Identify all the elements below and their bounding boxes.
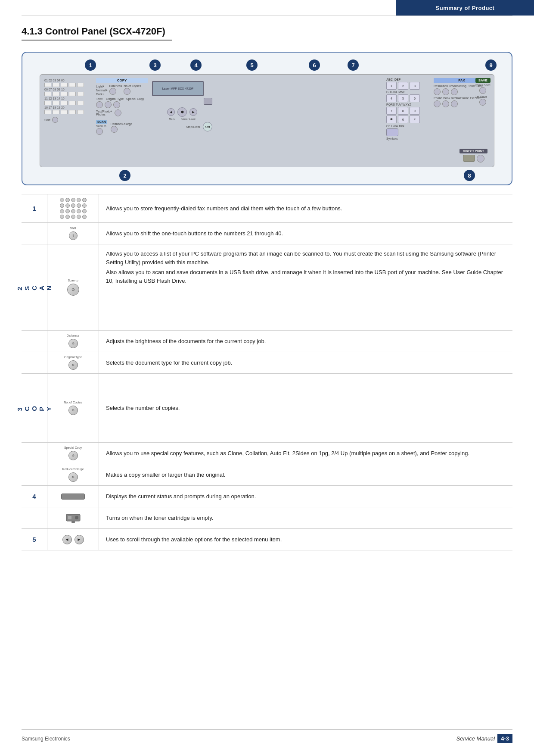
lcd-display: Laser MFP SCX-4720F (152, 81, 204, 96)
row-num-4b (22, 507, 47, 528)
save-section: SAVE Toner Save 1st Save (475, 78, 491, 106)
numpad-section: ABC DEF 1 2 3 GHI JKL MNO 4 5 6 PQRS TUV… (386, 78, 434, 140)
row-icon-1 (47, 194, 99, 222)
footer-right: Service Manual 4-3 (456, 734, 512, 743)
table-row: Original Type ⊙ Selects the document typ… (22, 352, 512, 374)
row-desc-scan: Allows you to access a list of your PC s… (99, 244, 512, 330)
callout-5: 5 (246, 59, 258, 71)
row-num-3c (22, 443, 47, 464)
callout-7: 7 (348, 59, 359, 71)
onetouch-buttons-section: 01 02 03 04 05 06 07 08 09 10 11 12 13 1… (44, 79, 92, 123)
row-desc-reduce-enlarge: Makes a copy smaller or larger than the … (99, 464, 512, 485)
row-desc-1: Allows you to store frequently-dialed fa… (99, 194, 512, 222)
table-row: 4 Displays the current status and prompt… (22, 486, 512, 507)
callout-9: 9 (485, 59, 497, 71)
row-icon-reduce-enlarge: Reduce/Enlarge ⊙ (47, 464, 99, 485)
callout-1: 1 (85, 59, 96, 71)
callout-8: 8 (464, 170, 475, 181)
callout-3: 3 (149, 59, 161, 71)
row-icon-special-copy: Special Copy ⊙ (47, 443, 99, 464)
page-title: 4.1.3 Control Panel (SCX-4720F) (22, 26, 172, 41)
row-icon-darkness: Darkness ⊙ (47, 331, 99, 352)
header-title: Summary of Product (436, 5, 495, 11)
row-num-copy: 3COPY (22, 374, 47, 442)
svg-rect-1 (68, 516, 71, 519)
panel-diagram: 1 2 3 4 5 6 7 8 9 01 02 03 04 05 06 07 0… (22, 52, 512, 185)
top-rule (22, 16, 512, 16)
row-desc-toner: Turns on when the toner cartridge is emp… (99, 507, 512, 528)
row-icon-scan: Scan-to ⊙ (47, 244, 99, 330)
printer-visualization: 01 02 03 04 05 06 07 08 09 10 11 12 13 1… (40, 74, 494, 167)
direct-print-section: DIRECT PRINT (459, 149, 487, 162)
toner-svg (65, 512, 81, 524)
right-arrow-icon[interactable]: ► (75, 535, 84, 544)
row-desc-display: Displays the current status and prompts … (99, 486, 512, 507)
table-row: 2SCAN Scan-to ⊙ Allows you to access a l… (22, 244, 512, 331)
row-icon-shift: Shift ⇧ (47, 223, 99, 244)
table-row: Special Copy ⊙ Allows you to use special… (22, 443, 512, 464)
svg-point-2 (75, 516, 78, 519)
table-row: Reduce/Enlarge ⊙ Makes a copy smaller or… (22, 464, 512, 486)
footer-company: Samsung Electronics (22, 736, 70, 742)
header-bar: Summary of Product (396, 0, 534, 16)
row-num-3d (22, 464, 47, 485)
table-area: 1 Allows you to store frequently-dialed … (22, 194, 512, 550)
left-arrow-icon[interactable]: ◄ (62, 535, 72, 544)
table-row: Shift ⇧ Allows you to shift the one-touc… (22, 223, 512, 244)
table-row: Turns on when the toner cartridge is emp… (22, 507, 512, 529)
footer: Samsung Electronics Service Manual 4-3 (22, 729, 512, 743)
row-num-scan: 2SCAN (22, 244, 47, 330)
svg-rect-3 (71, 521, 75, 523)
row-desc-scroll: Uses to scroll through the available opt… (99, 529, 512, 550)
row-icon-no-of-copies: No. of Copies ⊙ (47, 374, 99, 442)
row-icon-original-type: Original Type ⊙ (47, 352, 99, 373)
table-row: Darkness ⊙ Adjusts the brightness of the… (22, 331, 512, 352)
callout-6: 6 (309, 59, 320, 71)
row-num-1: 1 (22, 194, 47, 222)
copy-header-label: COPY (96, 78, 148, 83)
lcd-display-section: Laser MFP SCX-4720F ◄ ✱ ► MenuUpper Leve… (152, 81, 212, 131)
row-num-3b (22, 352, 47, 373)
table-row: 3COPY No. of Copies ⊙ Selects the number… (22, 374, 512, 443)
callout-2: 2 (119, 170, 130, 181)
row-icon-display (47, 486, 99, 507)
row-desc-no-of-copies: Selects the number of copies. (99, 374, 512, 442)
row-desc-shift: Allows you to shift the one-touch button… (99, 223, 512, 244)
row-num-5: 5 (22, 529, 47, 550)
row-desc-special-copy: Allows you to use special copy features,… (99, 443, 512, 464)
table-row: 5 ◄ ► Uses to scroll through the availab… (22, 529, 512, 550)
row-desc-original-type: Selects the document type for the curren… (99, 352, 512, 373)
footer-service-manual: Service Manual (456, 735, 495, 742)
row-icon-toner (47, 507, 99, 528)
row-num-4: 4 (22, 486, 47, 507)
row-desc-darkness: Adjusts the brightness of the documents … (99, 331, 512, 352)
row-num-1b (22, 223, 47, 244)
row-num-3a (22, 331, 47, 352)
callout-4: 4 (190, 59, 202, 71)
footer-page-number: 4-3 (497, 734, 512, 743)
copy-section: COPY Light+Normal+Dark+ Darkness No of C… (96, 78, 148, 135)
row-icon-scroll: ◄ ► (47, 529, 99, 550)
table-row: 1 Allows you to store frequently-dialed … (22, 194, 512, 223)
